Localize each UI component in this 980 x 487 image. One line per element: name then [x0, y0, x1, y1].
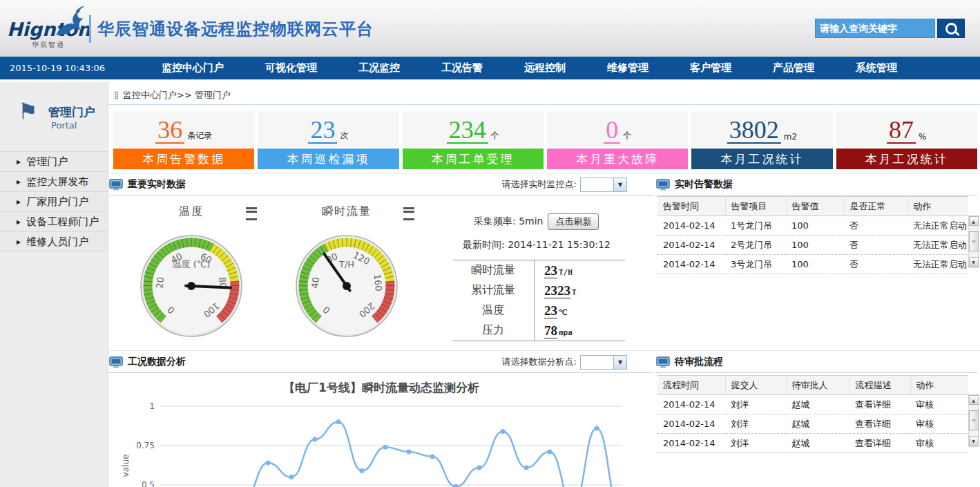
nav-item-3[interactable]: 工况监控 — [358, 61, 400, 75]
table-row[interactable]: 2014-02-14刘洋赵城查看详细审核 — [657, 414, 968, 434]
search-input[interactable] — [815, 19, 935, 38]
sidebar-item-3[interactable]: ▶厂家用户门户 — [0, 192, 108, 212]
column-header: 提交人 — [725, 376, 786, 395]
triangle-icon: ▶ — [17, 159, 21, 165]
breadcrumb: 监控中心门户>> 管理门户 — [115, 89, 231, 102]
stat-label[interactable]: 本周告警数据 — [113, 149, 254, 169]
metric-value[interactable]: 2323 — [544, 283, 570, 298]
scroll-up-icon[interactable]: ▲ — [969, 216, 979, 226]
nav-item-4[interactable]: 工况告警 — [441, 61, 483, 75]
stat-label[interactable]: 本月工况统计 — [691, 149, 832, 169]
metric-row: 累计流量2323T — [452, 280, 625, 300]
stat-value[interactable]: 36 — [155, 119, 184, 144]
stat-card-4: 0个本月重大故障 — [547, 111, 688, 169]
stat-label[interactable]: 本周巡检漏项 — [258, 149, 398, 169]
sidebar-item-label: 设备工程师门户 — [26, 216, 99, 228]
scroll-thumb[interactable]: ≡ — [969, 410, 979, 430]
svg-text:1: 1 — [149, 401, 155, 411]
stat-value[interactable]: 23 — [308, 119, 337, 144]
stat-card-2: 23次本周巡检漏项 — [258, 111, 398, 169]
section-title: 实时告警数据 — [675, 178, 733, 191]
dashboard: Hignton 华辰智通 华辰智通设备远程监控物联网云平台 2015-10-19… — [0, 0, 980, 487]
section-title: 重要实时数据 — [128, 178, 186, 191]
table-row[interactable]: 2014-02-14刘洋赵城查看详细审核 — [657, 434, 968, 453]
column-header: 待审批人 — [786, 376, 849, 395]
search-button[interactable] — [937, 19, 965, 38]
stat-value[interactable]: 87 — [887, 119, 916, 144]
stat-value[interactable]: 3802 — [727, 119, 781, 144]
stat-card-1: 36条记录本周告警数据 — [113, 111, 254, 169]
monitor-icon — [109, 356, 123, 368]
monitor-icon — [109, 179, 123, 191]
metric-row: 温度23℃ — [452, 300, 625, 321]
scroll-thumb[interactable]: ≡ — [969, 231, 979, 251]
collect-frequency: 采集频率: 5min 点击刷新 — [474, 213, 599, 230]
column-header: 流程描述 — [849, 376, 910, 395]
nav-item-6[interactable]: 维修管理 — [607, 61, 648, 75]
search-box — [815, 19, 965, 38]
sidebar-item-5[interactable]: ▶维修人员门户 — [0, 232, 108, 252]
dropdown-arrow-icon[interactable]: ▼ — [613, 356, 626, 369]
temperature-gauge: 020406080100温度 (℃) — [140, 234, 243, 338]
scroll-down-icon[interactable]: ▼ — [969, 257, 979, 267]
monitor-point-label: 请选择实时监控点: — [502, 178, 577, 191]
table-row[interactable]: 2014-02-143号龙门吊100否无法正常启动 — [657, 255, 968, 274]
svg-text:value: value — [121, 455, 131, 477]
search-icon — [945, 23, 957, 35]
sidebar-item-2[interactable]: ▶监控大屏发布 — [0, 172, 108, 192]
deer-logo-icon — [50, 3, 88, 41]
metric-value[interactable]: 78 — [544, 323, 557, 338]
stat-label[interactable]: 本月重大故障 — [547, 149, 688, 169]
gauge-title-flow: 瞬时流量 — [295, 204, 398, 219]
flow-analysis-chart: 10.750.5value — [109, 397, 634, 487]
approval-table-scrollbar[interactable]: ▲ ≡ ▼ — [968, 394, 979, 447]
triangle-icon: ▶ — [17, 219, 21, 225]
stat-value[interactable]: 0 — [604, 119, 620, 144]
sidebar-item-label: 监控大屏发布 — [26, 175, 88, 188]
gauge-menu-icon[interactable] — [403, 207, 414, 220]
nav-item-2[interactable]: 可视化管理 — [265, 61, 317, 75]
metric-value[interactable]: 23 — [544, 263, 557, 278]
metric-unit: T/H — [559, 268, 573, 277]
scroll-up-icon[interactable]: ▲ — [969, 395, 979, 405]
analysis-point-select[interactable]: ▼ — [580, 355, 627, 370]
realtime-section-header: 重要实时数据 请选择实时监控点: ▼ — [109, 174, 653, 195]
alarm-table-scrollbar[interactable]: ▲ ≡ ▼ — [968, 215, 979, 268]
column-header: 告警时间 — [657, 197, 725, 216]
monitor-point-select[interactable]: ▼ — [580, 178, 627, 192]
stat-unit: 个 — [623, 130, 631, 144]
nav-item-7[interactable]: 客户管理 — [690, 61, 731, 75]
stat-unit: m2 — [784, 132, 797, 144]
metric-value[interactable]: 23 — [544, 303, 557, 318]
column-header: 告警项目 — [725, 197, 786, 216]
nav-item-1[interactable]: 监控中心门户 — [162, 61, 224, 75]
sidebar-item-1[interactable]: ▶管理门户 — [0, 152, 108, 172]
stat-label[interactable]: 本周工单受理 — [403, 149, 544, 169]
stat-value[interactable]: 234 — [447, 119, 488, 144]
latest-time: 最新时间: 2014-11-21 15:30:12 — [463, 239, 611, 251]
table-row[interactable]: 2014-02-141号龙门吊100否无法正常启动 — [657, 216, 968, 236]
dropdown-arrow-icon[interactable]: ▼ — [613, 178, 626, 191]
sidebar-item-4[interactable]: ▶设备工程师门户 — [0, 212, 108, 232]
metric-row: 瞬时流量23T/H — [452, 260, 625, 280]
gauge-menu-icon[interactable] — [246, 207, 257, 220]
table-row[interactable]: 2014-02-142号龙门吊100否无法正常启动 — [657, 236, 968, 255]
svg-text:40: 40 — [309, 276, 321, 289]
nav-item-5[interactable]: 远程控制 — [524, 61, 566, 75]
table-row[interactable]: 2014-02-14刘洋赵城查看详细审核 — [657, 395, 968, 414]
logo[interactable]: Hignton 华辰智通 — [7, 7, 90, 50]
scroll-down-icon[interactable]: ▼ — [969, 436, 979, 446]
portal-header: ⚑ 管理门户 Portal — [0, 82, 108, 151]
svg-text:0.5: 0.5 — [142, 480, 155, 487]
refresh-button[interactable]: 点击刷新 — [548, 213, 599, 230]
nav-item-8[interactable]: 产品管理 — [773, 61, 814, 75]
svg-text:温度 (℃): 温度 (℃) — [173, 259, 211, 269]
stat-card-6: 87%本月工况统计 — [836, 111, 977, 169]
nav-item-9[interactable]: 系统管理 — [856, 61, 897, 75]
column-header: 是否正常 — [844, 197, 907, 216]
grip-icon — [115, 91, 118, 99]
metrics-table: 瞬时流量23T/H累计流量2323T温度23℃压力78mpa — [452, 260, 625, 341]
stat-label[interactable]: 本月工况统计 — [836, 149, 977, 169]
stat-card-3: 234个本周工单受理 — [403, 111, 544, 169]
realtime-data-panel: 温度 020406080100温度 (℃) 瞬时流量 0408012016020… — [109, 195, 653, 350]
